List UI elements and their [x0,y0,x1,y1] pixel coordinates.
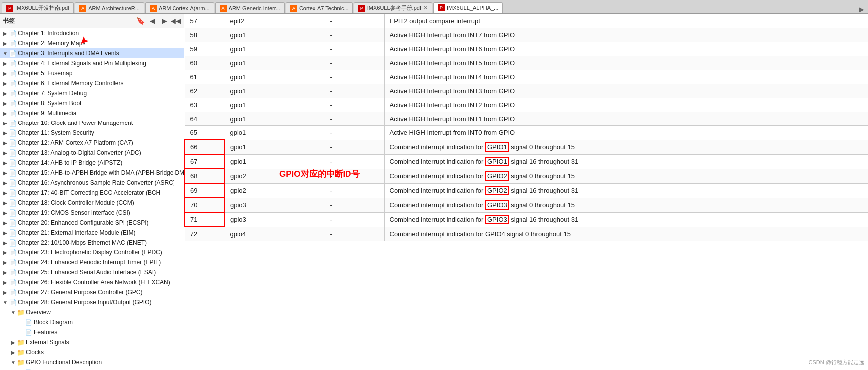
sidebar-item-ch22[interactable]: ▶ 📄 Chapter 22: 10/100-Mbps Ethernet MAC… [0,238,184,247]
sidebar-item-ch13[interactable]: ▶ 📄 Chapter 13: Analog-to-Digital Conver… [0,148,184,158]
pdf-icon: P [438,4,445,11]
tab-imx6ull-guide[interactable]: P IMX6ULL开发指南.pdf [2,2,74,13]
sidebar-toolbar: 书签 🔖 ◀ ▶ ◀◀ [0,14,184,28]
sidebar-item-ch3[interactable]: ▼ 📄 Chapter 3: Interrupts and DMA Events [0,48,184,58]
expand-icon: ▶ [2,61,9,66]
book-icon: 📄 [9,129,17,137]
tab-close-icon[interactable]: ✕ [423,5,428,11]
expand-icon: ▼ [2,300,9,305]
sidebar-item-ch9[interactable]: ▶ 📄 Chapter 9: Multimedia [0,108,184,118]
book-icon: 📄 [9,89,17,97]
table-row: 65 gpio1 - Active HIGH Interrupt from IN… [185,126,868,140]
row-desc: Active HIGH Interrupt from INT0 from GPI… [384,126,868,140]
sidebar-item-ch12[interactable]: ▶ 📄 Chapter 12: ARM Cortex A7 Platform (… [0,138,184,148]
table-row-72: 72 gpio4 - Combined interrupt indication… [185,227,868,241]
sidebar-item-ch17[interactable]: ▶ 📄 Chapter 17: 40-BIT Correcting ECC Ac… [0,188,184,198]
sidebar-item-ch26[interactable]: ▶ 📄 Chapter 26: Flexible Controller Area… [0,277,184,287]
tab-scroll-right[interactable]: ▶ [859,5,864,13]
tab-imx6ull-ref[interactable]: P IMX6ULL参考手册.pdf ✕ [354,2,432,13]
book-icon: 📄 [9,189,17,197]
sidebar-item-label: Chapter 16: Asynchronous Sample Rate Con… [18,179,175,186]
expand-icon: ▶ [2,140,9,146]
row-dash: - [325,112,384,126]
tab-cortex-a7[interactable]: A Cortex-A7 Technic... [286,2,353,13]
sidebar-item-ch4[interactable]: ▶ 📄 Chapter 4: External Signals and Pin … [0,58,184,68]
sidebar-item-ch18[interactable]: ▶ 📄 Chapter 18: Clock Controller Module … [0,198,184,208]
row-module: gpio4 [225,227,325,241]
sidebar-item-gpio-func-desc[interactable]: ▼ 📁 GPIO Functional Description [0,357,184,367]
sidebar-item-ch14[interactable]: ▶ 📄 Chapter 14: AHB to IP Bridge (AIPSTZ… [0,158,184,168]
row-dash: - [325,212,384,227]
collapse-icon[interactable]: ◀ [147,16,157,26]
arm-icon: A [150,5,157,12]
tab-imx6ull-alpha[interactable]: P IMX6ULL_ALPHA_... [433,2,503,13]
table-row: 63 gpio1 - Active HIGH Interrupt from IN… [185,98,868,112]
sidebar-item-external-signals[interactable]: ▶ 📁 External Signals [0,337,184,347]
content-area[interactable]: GPIO对应的中断ID号 57 epit2 - EPIT2 output com… [184,14,868,370]
row-dash: - [325,98,384,112]
sidebar-item-ch11[interactable]: ▶ 📄 Chapter 11: System Security [0,128,184,138]
sidebar-item-block-diagram[interactable]: 📄 Block Diagram [0,317,184,327]
sidebar-item-ch6[interactable]: ▶ 📄 Chapter 6: External Memory Controlle… [0,78,184,88]
sidebar-item-features[interactable]: 📄 Features [0,327,184,337]
expand-icon: ▶ [2,180,9,186]
sidebar-item-label: Chapter 26: Flexible Controller Area Net… [18,279,170,286]
sidebar-item-ch5[interactable]: ▶ 📄 Chapter 5: Fusemap [0,68,184,78]
sidebar-item-ch19[interactable]: ▶ 📄 Chapter 19: CMOS Sensor Interface (C… [0,208,184,218]
sidebar-item-ch7[interactable]: ▶ 📄 Chapter 7: System Debug [0,88,184,98]
sidebar-item-label: Chapter 1: Introduction [18,30,79,37]
row-module: gpio1 [225,56,325,70]
row-num: 60 [185,56,225,70]
tab-arm-cortex[interactable]: A ARM Cortex-A(arm... [145,2,214,13]
sidebar-item-label: Chapter 24: Enhanced Periodic Interrupt … [18,259,161,266]
row-module: gpio1 [225,112,325,126]
row-num: 62 [185,84,225,98]
sidebar-item-ch1[interactable]: ▶ 📄 Chapter 1: Introduction [0,28,184,38]
sidebar-item-label: Clocks [26,349,44,356]
sidebar-item-ch25[interactable]: ▶ 📄 Chapter 25: Enhanced Serial Audio In… [0,267,184,277]
sidebar-item-ch8[interactable]: ▶ 📄 Chapter 8: System Boot [0,98,184,108]
sidebar-item-clocks[interactable]: ▶ 📁 Clocks [0,347,184,357]
sidebar-item-gpio-function[interactable]: 📄 GPIO Function [0,367,184,370]
row-desc: Active HIGH Interrupt from INT7 from GPI… [384,28,868,42]
book-icon: 📄 [9,298,17,306]
sidebar-item-label: Chapter 23: Electrophoretic Display Cont… [18,249,162,256]
sidebar-content[interactable]: ▶ 📄 Chapter 1: Introduction ▶ 📄 Chapter … [0,28,184,370]
sidebar-item-ch10[interactable]: ▶ 📄 Chapter 10: Clock and Power Manageme… [0,118,184,128]
bookmark-icon[interactable]: 🔖 [135,16,145,26]
sidebar-item-label: Chapter 15: AHB-to-APBH Bridge with DMA … [18,169,184,176]
sidebar-item-label: Chapter 27: General Purpose Controller (… [18,289,142,296]
row-dash: - [325,154,384,169]
nav-collapse-icon[interactable]: ◀◀ [171,16,181,26]
arm-icon: A [290,5,297,12]
row-dash: - [325,70,384,84]
sidebar-item-label: Chapter 22: 10/100-Mbps Ethernet MAC (EN… [18,239,147,246]
sidebar-item-ch24[interactable]: ▶ 📄 Chapter 24: Enhanced Periodic Interr… [0,257,184,267]
row-num-highlighted: 70 [185,198,225,212]
tab-arm-generic[interactable]: A ARM Generic Interr... [215,2,285,13]
sidebar-item-ch27[interactable]: ▶ 📄 Chapter 27: General Purpose Controll… [0,287,184,297]
sidebar-item-ch2[interactable]: ▶ 📄 Chapter 2: Memory Maps [0,38,184,48]
gpio3-highlight: GPIO3 [485,200,509,210]
sidebar-item-label: Chapter 4: External Signals and Pin Mult… [18,60,146,67]
sidebar-item-ch23[interactable]: ▶ 📄 Chapter 23: Electrophoretic Display … [0,247,184,257]
table-row-68: 68 gpio2 - Combined interrupt indication… [185,169,868,183]
sidebar-item-ch28[interactable]: ▼ 📄 Chapter 28: General Purpose Input/Ou… [0,297,184,307]
book-icon: 📄 [9,139,17,147]
table-row: 64 gpio1 - Active HIGH Interrupt from IN… [185,112,868,126]
row-module: gpio3 [225,212,325,227]
row-desc: Active HIGH Interrupt from INT3 from GPI… [384,84,868,98]
sidebar-item-label: Chapter 19: CMOS Sensor Interface (CSI) [18,209,130,216]
folder-icon: 📁 [17,338,25,346]
expand-icon[interactable]: ▶ [159,16,169,26]
book-icon: 📄 [9,229,17,237]
sidebar-item-ch15[interactable]: ▶ 📄 Chapter 15: AHB-to-APBH Bridge with … [0,168,184,178]
book-icon: 📄 [9,199,17,207]
sidebar-item-overview[interactable]: ▼ 📁 Overview [0,307,184,317]
sidebar-item-ch21[interactable]: ▶ 📄 Chapter 21: External Interface Modul… [0,228,184,238]
sidebar-item-ch16[interactable]: ▶ 📄 Chapter 16: Asynchronous Sample Rate… [0,178,184,188]
sidebar-item-label: Chapter 12: ARM Cortex A7 Platform (CA7) [18,139,133,146]
tab-arm-arch[interactable]: A ARM ArchitectureR... [75,2,144,13]
sidebar-item-label: Chapter 14: AHB to IP Bridge (AIPSTZ) [18,159,122,166]
sidebar-item-ch20[interactable]: ▶ 📄 Chapter 20: Enhanced Configurable SP… [0,218,184,228]
